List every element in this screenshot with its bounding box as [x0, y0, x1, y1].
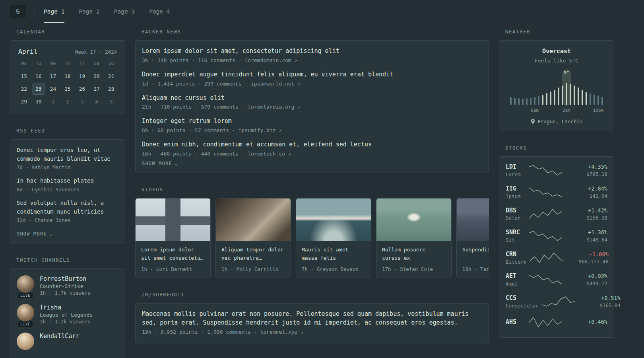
hn-item-domain[interactable]: loremdomain.com — [244, 57, 291, 63]
stock-change: +2.84% — [565, 185, 607, 192]
stock-price: $499.72 — [565, 280, 607, 286]
weather-time-label: 2pm — [563, 108, 570, 113]
hn-item-meta: 1d · 1,414 points · 299 comments · — [142, 81, 251, 87]
stock-row[interactable]: IIG Ipsum +2.84% $42.04 — [506, 185, 607, 199]
hn-item: Donec enim nibh, condimentum et accumsan… — [142, 140, 482, 157]
hackernews-card: Lorem ipsum dolor sit amet, consectetur … — [135, 40, 489, 173]
stock-price: $795.18 — [565, 171, 607, 177]
video-thumbnail — [457, 198, 489, 241]
hn-item-domain[interactable]: loremlandia.org — [248, 104, 294, 110]
video-card[interactable]: Suspendisse diam 18h · Tara — [456, 198, 489, 278]
twitch-channel-name[interactable]: KendallCarr — [40, 333, 79, 340]
hn-item-title[interactable]: Donec enim nibh, condimentum et accumsan… — [142, 140, 482, 149]
rss-item: Sed volutpat nulla nisl, a condimentum n… — [17, 199, 118, 223]
chevron-down-icon: ⌄ — [50, 231, 53, 237]
video-meta: 1h · Lori Barnett — [141, 262, 205, 272]
app-logo[interactable]: G — [10, 5, 26, 18]
video-card[interactable]: Aliquam tempor dolor nec pharetra… 1h · … — [215, 198, 291, 278]
hackernews-section-title: HACKER NEWS — [135, 29, 489, 35]
twitch-widget: TWITCH CHANNELS LIVE ForrestBurton Count… — [10, 257, 125, 358]
rss-item-title[interactable]: In hac habitasse platea — [17, 177, 118, 185]
stock-name: Lorem — [506, 171, 526, 177]
videos-widget: VIDEOS Lorem ipsum dolor sit amet consec… — [135, 187, 489, 278]
calendar-day: 27 — [89, 84, 104, 95]
weather-location: Prague, Czechia — [506, 119, 607, 125]
stock-row[interactable]: SNRC Sit +1.36% $148.64 — [506, 229, 607, 243]
weather-condition: Overcast — [506, 48, 607, 55]
video-title[interactable]: Suspendisse diam — [462, 246, 489, 254]
rss-card: Donec tempor eros leo, ut commodo mauris… — [10, 139, 125, 243]
hn-item-title[interactable]: Donec imperdiet augue tincidunt felis al… — [142, 70, 482, 79]
video-title[interactable]: Mauris sit amet massa felis — [302, 246, 365, 263]
calendar-section-title: CALENDAR — [10, 29, 125, 35]
tab-page-4[interactable]: Page 4 — [149, 0, 170, 23]
stock-row[interactable]: CRN Bitcorn -1.00% $66,171.48 — [506, 251, 607, 265]
calendar-widget: CALENDAR April Week 17 · 2024 Mo Tu We T… — [10, 29, 125, 114]
calendar-dow: Tu — [31, 61, 46, 69]
rss-show-more-button[interactable]: SHOW MORE ⌄ — [17, 231, 53, 237]
hn-item-meta: 6h · 60 points · 57 comments · — [142, 127, 239, 133]
hn-item-domain[interactable]: loremtech.co — [248, 151, 285, 157]
video-title[interactable]: Lorem ipsum dolor sit amet consectetu… — [141, 246, 205, 263]
tab-page-3[interactable]: Page 3 — [114, 0, 135, 23]
stock-sparkline — [529, 230, 562, 242]
weather-card: Overcast Feels like 5°C 9° 6am 2pm 10pm — [499, 40, 614, 131]
calendar-day-next-month: 1 — [46, 96, 60, 107]
rss-item: Donec tempor eros leo, ut commodo mauris… — [17, 146, 118, 170]
calendar-day: 17 — [46, 71, 60, 82]
tab-page-1[interactable]: Page 1 — [44, 0, 64, 23]
calendar-dow: Sa — [89, 61, 104, 69]
stock-name: Consectetur — [506, 303, 539, 309]
video-title[interactable]: Nullam posuere cursus ex — [382, 246, 446, 263]
hn-item-domain[interactable]: ipsumify.biz — [239, 127, 276, 133]
hackernews-show-more-button[interactable]: SHOW MORE ⌄ — [142, 161, 178, 166]
page-tabs: Page 1 Page 2 Page 3 Page 4 — [44, 0, 170, 23]
stock-row[interactable]: LDI Lorem +4.35% $795.18 — [506, 163, 607, 177]
video-thumbnail — [376, 198, 451, 241]
video-card[interactable]: Nullam posuere cursus ex 17h · Stefan Co… — [376, 198, 452, 278]
reddit-post-domain[interactable]: loremnet.xyz — [260, 329, 297, 335]
stock-row[interactable]: AHS +0.46% — [506, 316, 607, 328]
avatar — [17, 275, 34, 293]
video-card[interactable]: Mauris sit amet massa felis 7h · Grayson… — [296, 198, 371, 278]
hn-item-title[interactable]: Aliquam nec cursus elit — [142, 94, 482, 103]
weather-chart-bars — [510, 79, 603, 105]
location-pin-icon — [531, 119, 535, 124]
stock-sparkline — [529, 208, 562, 220]
hn-item-title[interactable]: Lorem ipsum dolor sit amet, consectetur … — [142, 47, 482, 56]
twitch-channel-game: Counter-Strike — [40, 283, 91, 289]
stock-name: Amet — [506, 281, 526, 287]
hn-item-title[interactable]: Integer eget rutrum lorem — [142, 117, 482, 126]
twitch-channel-name[interactable]: ForrestBurton — [40, 275, 91, 282]
twitch-channel-row[interactable]: LIVE Trisha League of Legends 3h · 1.2k … — [17, 304, 118, 325]
calendar-day: 25 — [60, 84, 75, 95]
video-title[interactable]: Aliquam tempor dolor nec pharetra… — [221, 246, 285, 263]
stock-row[interactable]: AET Amet +0.92% $499.72 — [506, 272, 607, 287]
twitch-channel-row[interactable]: KendallCarr — [17, 333, 118, 350]
rss-item-meta: 12d · Chance Jones — [17, 217, 118, 223]
video-meta: 1h · Molly Carrillo — [221, 262, 285, 272]
stocks-card: LDI Lorem +4.35% $795.18 IIG Ipsum — [499, 156, 614, 338]
avatar — [17, 304, 34, 321]
stock-row[interactable]: CCS Consectetur +0.51% $165.84 — [506, 294, 607, 309]
calendar-dow: Fr — [75, 61, 89, 69]
rss-item-title[interactable]: Sed volutpat nulla nisl, a condimentum n… — [17, 199, 118, 216]
rss-item-title[interactable]: Donec tempor eros leo, ut commodo mauris… — [17, 146, 118, 163]
calendar-card: April Week 17 · 2024 Mo Tu We Th Fr Sa S… — [10, 40, 125, 114]
reddit-post-title[interactable]: Maecenas mollis pulvinar erat non posuer… — [142, 310, 482, 327]
tab-page-2[interactable]: Page 2 — [79, 0, 99, 23]
weather-widget: WEATHER Overcast Feels like 5°C 9° 6am 2… — [499, 29, 614, 131]
calendar-day: 16 — [31, 71, 46, 82]
center-column: HACKER NEWS Lorem ipsum dolor sit amet, … — [135, 29, 489, 358]
video-card[interactable]: Lorem ipsum dolor sit amet consectetu… 1… — [135, 198, 211, 278]
stock-name: Bitcorn — [506, 259, 527, 265]
hn-item-domain[interactable]: ipsumworld.net — [251, 81, 295, 87]
external-link-icon: ↗ — [288, 151, 291, 157]
twitch-channel-row[interactable]: LIVE ForrestBurton Counter-Strike 1h · 1… — [17, 275, 118, 296]
twitch-channel-name[interactable]: Trisha — [40, 304, 93, 311]
stock-price: $42.04 — [565, 193, 607, 199]
stock-change: +1.36% — [565, 229, 607, 235]
stock-sparkline — [542, 296, 575, 307]
calendar-day-next-month: 3 — [75, 96, 89, 107]
stock-row[interactable]: DBS Dolor +1.42% $156.28 — [506, 207, 607, 221]
